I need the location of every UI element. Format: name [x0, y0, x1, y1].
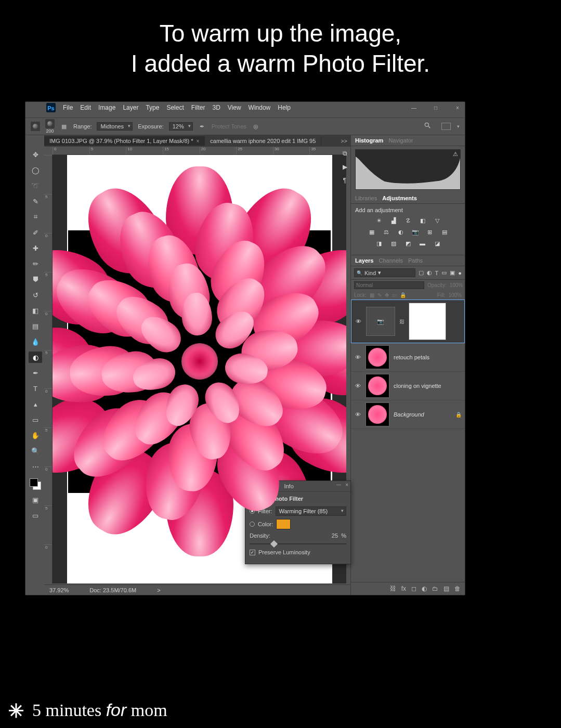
adj-gradientmap-icon[interactable]: ▬	[418, 239, 427, 248]
tab-inactive-document[interactable]: camellia warm iphone 2020 edit 1 IMG 95	[205, 136, 321, 146]
history-brush-tool[interactable]: ↺	[29, 289, 42, 301]
menu-select[interactable]: Select	[166, 104, 184, 111]
adj-exposure-icon[interactable]: ◧	[418, 216, 427, 225]
layer-mask-thumbnail[interactable]	[409, 303, 446, 340]
tab-histogram[interactable]: Histogram	[355, 137, 383, 144]
layer-photo-filter[interactable]: 👁 📷 ⛓	[351, 300, 465, 343]
layer-filter-adj-icon[interactable]: ◐	[427, 269, 432, 276]
healing-tool[interactable]: ✚	[29, 242, 42, 254]
tab-layers[interactable]: Layers	[355, 257, 373, 264]
adj-mixer-icon[interactable]: ⊞	[425, 228, 435, 236]
new-adjustment-icon[interactable]: ◐	[422, 585, 427, 592]
menu-window[interactable]: Window	[249, 104, 271, 111]
adj-bw-icon[interactable]: ◐	[396, 228, 406, 236]
adj-posterize-icon[interactable]: ▨	[389, 239, 398, 248]
path-select-tool[interactable]: ▴	[29, 398, 42, 410]
density-slider[interactable]	[250, 542, 346, 546]
dodge-tool[interactable]: ◐	[29, 352, 42, 363]
fill-value[interactable]: 100%	[448, 292, 462, 298]
brush-tool[interactable]: ✏	[29, 258, 42, 269]
airbrush-toggle-icon[interactable]: ✒	[198, 122, 206, 131]
layer-filter-pixel-icon[interactable]: ▢	[419, 269, 424, 276]
histogram-warning-icon[interactable]: ⚠	[453, 151, 458, 158]
window-close-button[interactable]: ×	[450, 103, 465, 112]
search-icon[interactable]	[424, 122, 433, 131]
visibility-toggle[interactable]: 👁	[355, 318, 362, 324]
menu-help[interactable]: Help	[278, 104, 291, 111]
tab-info[interactable]: Info	[284, 483, 293, 489]
layer-background[interactable]: 👁 Background 🔒	[351, 400, 465, 429]
status-more[interactable]: >	[157, 587, 160, 593]
lasso-tool[interactable]: ➰	[29, 180, 42, 191]
menu-3d[interactable]: 3D	[212, 104, 220, 111]
adj-balance-icon[interactable]: ⚖	[382, 228, 391, 236]
menu-type[interactable]: Type	[146, 104, 159, 111]
layer-name[interactable]: Background	[394, 411, 451, 418]
quick-select-tool[interactable]: ✎	[29, 196, 42, 207]
adj-selective-icon[interactable]: ◪	[433, 239, 442, 248]
adj-hue-icon[interactable]: ▦	[367, 228, 376, 236]
workspace-switcher[interactable]	[441, 123, 451, 130]
layer-filter-toggle[interactable]: ●	[458, 270, 462, 276]
tab-overflow-button[interactable]: >>	[337, 138, 350, 144]
workspace-caret-icon[interactable]: ▾	[457, 124, 460, 129]
menu-layer[interactable]: Layer	[123, 104, 138, 111]
tab-navigator[interactable]: Navigator	[388, 137, 413, 144]
doc-size-readout[interactable]: Doc: 23.5M/70.6M	[89, 587, 136, 593]
mask-link-icon[interactable]: ⛓	[399, 319, 405, 324]
link-layers-icon[interactable]: ⛓	[390, 585, 396, 592]
density-value[interactable]: 25	[332, 532, 338, 539]
adj-brightness-icon[interactable]: ☀	[374, 216, 384, 225]
pressure-toggle-icon[interactable]: ◎	[252, 122, 260, 131]
marquee-tool[interactable]: ◯	[29, 164, 42, 176]
tab-close-icon[interactable]: ×	[197, 138, 200, 144]
zoom-readout[interactable]: 37.92%	[49, 587, 69, 593]
new-layer-icon[interactable]: ▤	[443, 585, 449, 592]
opacity-value[interactable]: 100%	[450, 282, 463, 288]
tab-adjustments[interactable]: Adjustments	[382, 195, 417, 201]
menu-image[interactable]: Image	[98, 104, 115, 111]
menu-view[interactable]: View	[228, 104, 241, 111]
crop-tool[interactable]: ⌗	[29, 211, 42, 223]
preserve-luminosity-checkbox[interactable]: ✓	[250, 550, 255, 555]
fx-icon[interactable]: fx	[401, 585, 406, 592]
adj-levels-icon[interactable]: ▟	[389, 216, 398, 225]
layer-name[interactable]: retouch petals	[394, 354, 462, 360]
shape-tool[interactable]: ▭	[29, 414, 42, 425]
lock-artboard-icon[interactable]: ▭	[392, 292, 397, 298]
panel-collapse-icon[interactable]: —	[336, 482, 341, 487]
character-icon[interactable]: ¶	[343, 177, 346, 184]
eraser-tool[interactable]: ◧	[29, 305, 42, 316]
tab-active-document[interactable]: IMG 0103.JPG @ 37.9% (Photo Filter 1, La…	[44, 136, 205, 146]
quick-mask-toggle[interactable]: ▣	[29, 494, 42, 505]
adj-lookup-icon[interactable]: ▤	[440, 228, 449, 236]
lock-paint-icon[interactable]: ✎	[377, 292, 382, 298]
layer-name[interactable]: cloning on vignette	[394, 383, 462, 389]
layer-retouch-petals[interactable]: 👁 retouch petals	[351, 343, 465, 372]
delete-layer-icon[interactable]: 🗑	[454, 585, 461, 592]
panel-close-icon[interactable]: ×	[345, 482, 348, 488]
adj-photofilter-icon[interactable]: 📷	[411, 228, 420, 236]
layer-filter-smart-icon[interactable]: ▣	[450, 269, 455, 276]
window-minimize-button[interactable]: —	[407, 103, 421, 112]
menu-filter[interactable]: Filter	[191, 104, 205, 111]
current-tool-icon[interactable]	[31, 122, 40, 131]
adj-threshold-icon[interactable]: ◩	[403, 239, 413, 248]
tab-paths[interactable]: Paths	[408, 257, 423, 264]
zoom-tool[interactable]: 🔍	[29, 445, 42, 457]
layer-kind-dropdown[interactable]: Kind ▾	[354, 268, 415, 277]
eyedropper-tool[interactable]: ✐	[29, 227, 42, 238]
filter-dropdown[interactable]: Warming Filter (85)	[276, 506, 347, 516]
menu-edit[interactable]: Edit	[80, 104, 91, 111]
lock-pixels-icon[interactable]: ▦	[370, 292, 374, 298]
screen-mode-toggle[interactable]: ▭	[29, 510, 42, 521]
tab-channels[interactable]: Channels	[379, 257, 402, 264]
adj-vibrance-icon[interactable]: ▽	[433, 216, 442, 225]
history-icon[interactable]: ⧉	[343, 150, 347, 157]
lock-all-icon[interactable]: 🔒	[400, 292, 406, 298]
color-radio[interactable]	[250, 522, 255, 527]
tab-libraries[interactable]: Libraries	[355, 195, 377, 201]
adj-invert-icon[interactable]: ◨	[374, 239, 384, 248]
hand-tool[interactable]: ✋	[29, 430, 42, 441]
move-tool[interactable]: ✥	[29, 149, 42, 160]
